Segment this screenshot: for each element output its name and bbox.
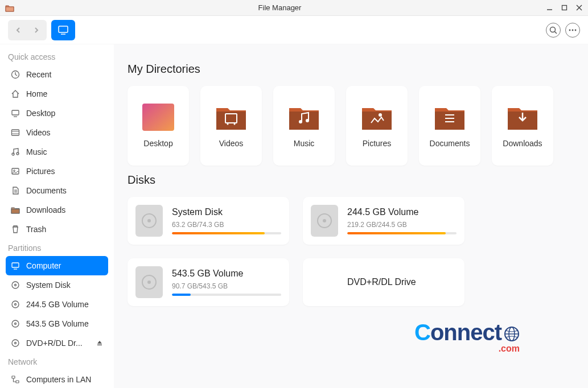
video-icon [10, 127, 20, 138]
directory-card-pictures[interactable]: Pictures [346, 86, 408, 166]
svg-point-35 [15, 342, 17, 344]
sidebar-item-label: Computer [26, 261, 104, 270]
directory-card-videos[interactable]: Videos [200, 86, 262, 166]
sidebar-item-label: DVD+R/DL Dr... [26, 339, 90, 348]
disk-icon [311, 205, 338, 237]
svg-point-54 [505, 327, 519, 341]
disk-icon [10, 280, 20, 290]
directory-label: Desktop [143, 139, 172, 148]
disk-icon [10, 299, 20, 309]
sidebar-item-label: Desktop [26, 109, 104, 118]
sidebar-item-network[interactable]: Computers in LAN [6, 370, 108, 388]
sidebar-item-videos[interactable]: Videos [6, 123, 108, 142]
sidebar-item-partition[interactable]: 543.5 GB Volume [6, 314, 108, 333]
svg-point-7 [550, 27, 556, 32]
svg-point-48 [379, 113, 382, 117]
sidebar-item-label: Documents [26, 186, 104, 195]
document-icon [10, 185, 20, 196]
sidebar-item-documents[interactable]: Documents [6, 181, 108, 200]
svg-point-33 [15, 323, 17, 325]
sidebar-item-partition[interactable]: System Disk [6, 275, 108, 295]
disk-usage-bar [172, 232, 281, 234]
directory-label: Music [294, 139, 315, 148]
disk-title: System Disk [172, 207, 281, 217]
disk-usage-bar [347, 232, 457, 234]
svg-rect-38 [16, 381, 19, 383]
sidebar-item-recent[interactable]: Recent [6, 65, 108, 84]
svg-point-45 [299, 120, 302, 123]
sidebar-item-music[interactable]: Music [6, 142, 108, 162]
sidebar-item-downloads[interactable]: Downloads [6, 200, 108, 220]
eject-icon[interactable] [96, 339, 104, 347]
directory-label: Videos [219, 139, 244, 148]
folder-icon [361, 104, 393, 131]
svg-rect-44 [289, 112, 319, 130]
sidebar-item-desktop[interactable]: Desktop [6, 104, 108, 123]
disk-card[interactable]: 543.5 GB Volume90.7 GB/543.5 GB [128, 258, 289, 306]
svg-point-9 [569, 29, 571, 31]
svg-point-10 [572, 29, 574, 31]
sidebar-item-partition[interactable]: DVD+R/DL Dr... [6, 333, 108, 353]
location-computer-button[interactable] [51, 20, 75, 40]
sidebar-item-label: Videos [26, 128, 104, 137]
window-title: File Manager [15, 3, 545, 12]
watermark: Connect .com [414, 320, 520, 354]
directory-card-desktop[interactable]: Desktop [128, 86, 189, 166]
sidebar-section-quick: Quick access [6, 48, 108, 65]
back-button[interactable] [9, 21, 27, 39]
sidebar-item-partition[interactable]: 244.5 GB Volume [6, 295, 108, 314]
sidebar-item-label: Home [26, 89, 104, 98]
directory-label: Pictures [363, 139, 392, 148]
my-directories-heading: My Directories [128, 63, 574, 76]
sidebar-section-network: Network [6, 353, 108, 370]
close-button[interactable] [574, 3, 583, 13]
svg-point-11 [575, 29, 577, 31]
minimize-button[interactable] [545, 3, 554, 13]
disk-card[interactable]: System Disk63.2 GB/74.3 GB [128, 197, 289, 245]
app-icon [5, 3, 15, 13]
sidebar-item-partition[interactable]: Computer [6, 256, 108, 275]
svg-point-32 [12, 320, 19, 327]
sidebar-item-home[interactable]: Home [6, 84, 108, 104]
svg-point-28 [12, 282, 19, 288]
sidebar-item-label: System Disk [26, 280, 104, 290]
svg-rect-13 [12, 110, 19, 115]
svg-point-43 [234, 123, 236, 125]
maximize-button[interactable] [560, 3, 569, 13]
sidebar-item-pictures[interactable]: Pictures [6, 162, 108, 181]
directory-card-documents[interactable]: Documents [419, 86, 480, 166]
titlebar: File Manager [0, 0, 588, 16]
sidebar-item-trash[interactable]: Trash [6, 220, 108, 239]
directory-card-music[interactable]: Music [273, 86, 335, 166]
directory-label: Downloads [503, 139, 542, 148]
disk-icon [10, 319, 20, 329]
disk-card[interactable]: DVD+R/DL Drive [303, 258, 464, 306]
svg-point-34 [12, 340, 19, 346]
sidebar-item-label: Music [26, 147, 104, 156]
svg-rect-2 [562, 6, 566, 10]
forward-button[interactable] [27, 21, 46, 39]
main-content: My Directories DesktopVideosMusicPicture… [114, 44, 588, 388]
disk-usage-text: 219.2 GB/244.5 GB [347, 221, 457, 229]
toolbar [0, 16, 588, 44]
disks-heading: Disks [128, 174, 574, 187]
trash-icon [10, 224, 20, 234]
svg-rect-25 [11, 209, 19, 214]
sidebar-item-label: 543.5 GB Volume [26, 319, 104, 328]
clock-icon [10, 69, 20, 80]
svg-rect-0 [6, 7, 14, 11]
disk-usage-bar [172, 294, 281, 296]
search-button[interactable] [546, 23, 561, 38]
disk-card[interactable]: 244.5 GB Volume219.2 GB/244.5 GB [303, 197, 464, 245]
disk-icon [10, 338, 20, 348]
disk-title: DVD+R/DL Drive [347, 277, 457, 287]
directory-card-downloads[interactable]: Downloads [492, 86, 553, 166]
svg-point-31 [15, 304, 17, 306]
more-button[interactable] [565, 23, 580, 38]
disk-usage-text: 63.2 GB/74.3 GB [172, 221, 281, 229]
disk-icon [135, 205, 163, 237]
folder-icon [215, 104, 247, 131]
desktop-icon [10, 108, 20, 118]
monitor-icon [10, 261, 20, 271]
sidebar-item-label: Computers in LAN [26, 375, 104, 384]
